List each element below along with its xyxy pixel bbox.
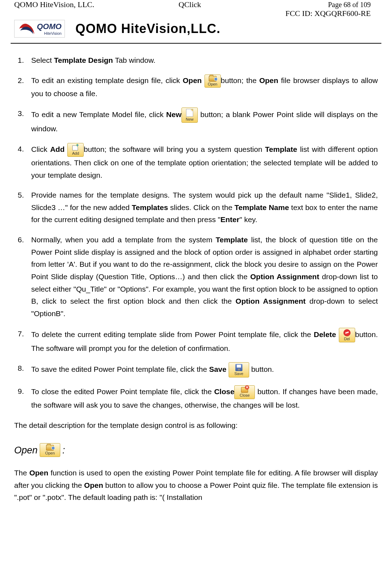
header-logo-row: QOMO HiteVision QOMO HiteVision,LLC. — [11, 18, 381, 39]
page-number: Page 68 of 109 — [285, 1, 371, 9]
new-file-icon — [186, 109, 193, 117]
document-body: Select Template Design Tab window. To ed… — [11, 54, 381, 504]
company-name-left: QOMO HiteVision, LLC. — [14, 0, 94, 9]
folder-open-icon — [46, 445, 54, 451]
company-title: QOMO HiteVision,LLC. — [75, 21, 220, 36]
step-7: To delete the current editing template s… — [14, 328, 378, 355]
open-section-paragraph: The Open function is used to open the ex… — [14, 467, 378, 504]
qomo-logo: QOMO HiteVision — [14, 20, 65, 38]
add-button-icon: Add — [67, 143, 84, 157]
logo-text-main: QOMO — [37, 22, 62, 31]
new-button-icon: New — [181, 107, 198, 123]
open-button-icon-heading: Open — [40, 443, 60, 457]
close-button-icon: Close — [234, 385, 255, 399]
save-button-icon: Save — [229, 362, 249, 377]
step-6: Normally, when you add a template from t… — [14, 234, 378, 320]
save-disk-icon — [235, 364, 242, 371]
step-2: To edit an existing template design file… — [14, 75, 378, 100]
open-section-heading: Open Open : — [14, 442, 378, 458]
step-3: To edit a new Template Model file, click… — [14, 107, 378, 135]
step-1: Select Template Design Tab window. — [14, 54, 378, 67]
folder-open-icon — [209, 76, 217, 82]
add-slide-icon — [72, 144, 79, 151]
header-top-row: QOMO HiteVision, LLC. QClick Page 68 of … — [11, 0, 381, 18]
product-name: QClick — [179, 0, 201, 9]
step-8: To save the edited Power Point template … — [14, 362, 378, 377]
step-5: Provide names for the template designs. … — [14, 189, 378, 226]
instruction-list: Select Template Design Tab window. To ed… — [14, 54, 378, 412]
open-button-icon: Open — [205, 75, 221, 88]
detail-intro: The detail description for the template … — [14, 419, 378, 432]
fcc-id: FCC ID: XQGQRF600-RE — [285, 9, 371, 18]
delete-button-icon: Del — [339, 328, 355, 342]
step-9: To close the edited Power Point template… — [14, 385, 378, 412]
close-folder-icon — [241, 387, 248, 393]
header-divider — [11, 43, 381, 44]
delete-icon — [343, 329, 351, 336]
logo-text-sub: HiteVision — [37, 31, 62, 35]
step-4: Click Add Add button; the software will … — [14, 143, 378, 181]
logo-swoosh-icon — [17, 22, 35, 36]
